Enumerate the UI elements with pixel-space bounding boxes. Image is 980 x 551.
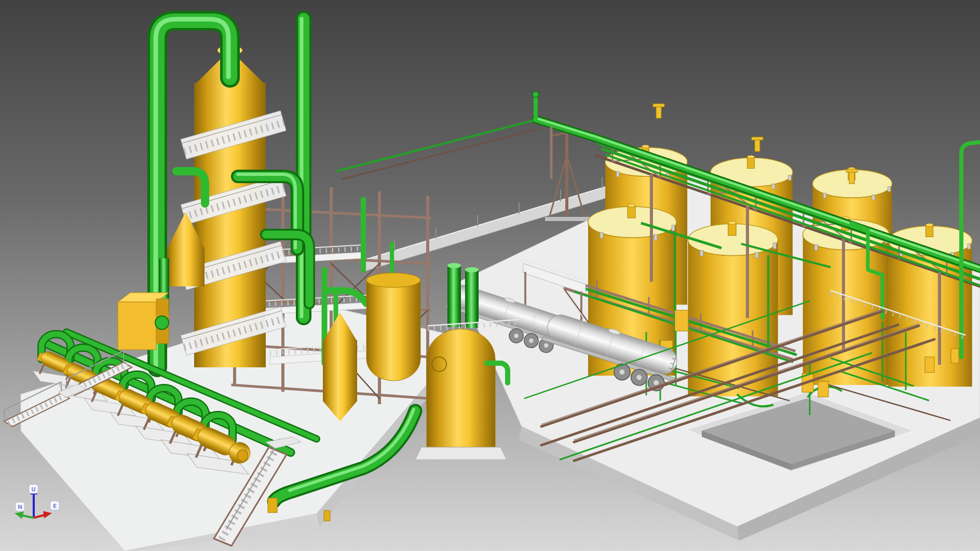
up-axis-label: U	[31, 486, 36, 493]
east-axis-label: E	[53, 503, 57, 509]
east-axis-badge: E	[50, 501, 59, 510]
up-axis-badge: U	[29, 485, 38, 493]
plant-model-scene[interactable]: U N E	[0, 0, 980, 551]
north-axis-badge: N	[16, 502, 24, 511]
pipe-support	[268, 498, 277, 513]
valve	[533, 91, 539, 98]
package-unit	[118, 293, 169, 350]
cad-3d-viewport[interactable]: U N E	[0, 0, 980, 551]
north-axis-label: N	[18, 504, 22, 511]
